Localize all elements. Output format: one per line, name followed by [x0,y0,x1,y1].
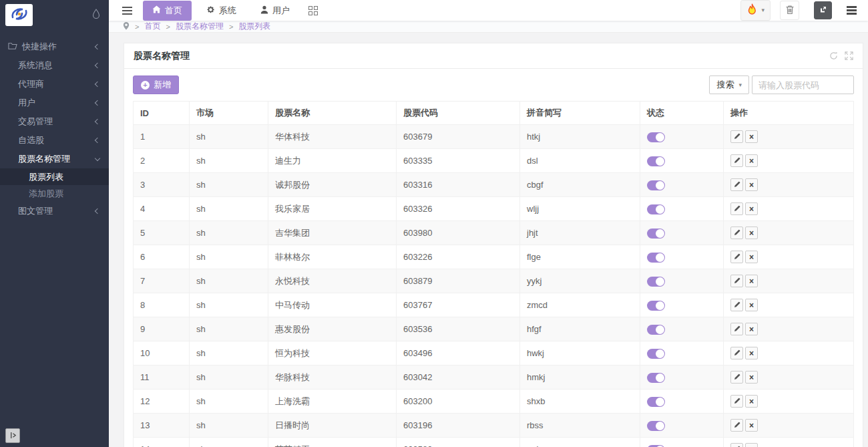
cell-ops: × [724,269,854,293]
edit-button[interactable] [730,371,743,384]
theme-flame-button[interactable]: ▾ [740,0,771,21]
status-toggle[interactable] [647,397,665,407]
tab-home[interactable]: 首页 [143,1,192,21]
screenshot-button[interactable] [814,1,832,19]
delete-button[interactable]: × [745,371,758,384]
status-toggle[interactable] [647,277,665,287]
pencil-icon [734,277,740,285]
search-input[interactable] [752,76,854,94]
edit-button[interactable] [730,395,743,408]
edit-button[interactable] [730,130,743,143]
fullscreen-icon[interactable] [845,51,853,60]
user-icon [260,5,268,16]
sidebar-item[interactable]: 系统消息 [0,56,109,75]
add-button[interactable]: + 新增 [133,76,179,94]
cell-ops: × [724,149,854,173]
status-toggle[interactable] [647,349,665,359]
breadcrumb-link[interactable]: 股票名称管理 [176,21,224,32]
status-toggle[interactable] [647,373,665,383]
droplet-icon[interactable] [92,9,100,21]
delete-button[interactable]: × [745,323,758,335]
chevron-icon [95,119,100,124]
toggle-knob [656,349,664,358]
sidebar-item-label: 图文管理 [18,205,53,217]
sidebar-item[interactable]: 图文管理 [0,202,109,220]
close-icon: × [749,349,754,357]
expand-arrow-icon [9,430,17,442]
status-toggle[interactable] [647,301,665,311]
status-toggle[interactable] [647,253,665,263]
breadcrumb-separator: > [166,23,170,31]
tab-system[interactable]: 系统 [197,1,246,21]
toggle-knob [656,398,664,406]
search-dropdown-button[interactable]: 搜索 ▾ [709,76,749,94]
delete-button[interactable]: × [745,227,758,239]
sidebar-item[interactable]: 快捷操作 [0,37,109,56]
delete-button[interactable]: × [745,347,758,359]
sidebar-subitem[interactable]: 添加股票 [0,185,109,202]
status-toggle[interactable] [647,421,665,431]
edit-button[interactable] [730,202,743,215]
breadcrumb-link[interactable]: 首页 [144,21,160,32]
cell-name: 华脉科技 [268,365,397,390]
edit-button[interactable] [730,227,743,239]
status-toggle[interactable] [647,325,665,335]
status-toggle[interactable] [647,204,665,214]
edit-button[interactable] [730,178,743,191]
sidebar-item[interactable]: 自选股 [0,131,109,150]
cell-status [640,341,724,365]
edit-button[interactable] [730,443,743,447]
column-header: 股票名称 [268,102,397,125]
toggle-knob [656,133,664,142]
close-icon: × [749,181,754,189]
edit-button[interactable] [730,154,743,167]
sidebar-subitem[interactable]: 股票列表 [0,168,109,185]
cell-code: 603335 [397,149,520,173]
sidebar-subitem-label: 添加股票 [29,188,63,200]
refresh-icon[interactable] [829,51,838,60]
delete-button[interactable]: × [745,154,758,167]
gear-icon [206,5,215,16]
table-row: 11 sh 华脉科技 603042 hmkj × [134,365,854,390]
sidebar-item[interactable]: 用户 [0,94,109,112]
status-toggle[interactable] [647,180,665,190]
status-toggle[interactable] [647,156,665,166]
delete-button[interactable]: × [745,443,758,447]
toggle-knob [656,325,664,334]
sidebar-item[interactable]: 代理商 [0,75,109,94]
cell-ops: × [724,173,854,197]
delete-button[interactable]: × [745,130,758,143]
breadcrumb-link[interactable]: 股票列表 [238,21,270,32]
app-logo[interactable] [5,4,33,26]
sidebar-item[interactable]: 股票名称管理 [0,150,109,168]
delete-button[interactable]: × [745,251,758,263]
delete-button[interactable]: × [745,275,758,287]
delete-button[interactable]: × [745,202,758,215]
trash-button[interactable] [780,1,799,20]
status-toggle[interactable] [647,229,665,239]
cell-name: 日播时尚 [268,414,397,438]
edit-button[interactable] [730,251,743,263]
sidebar-item[interactable]: 交易管理 [0,112,109,131]
toggle-knob [656,205,664,214]
close-icon: × [749,253,754,261]
delete-button[interactable]: × [745,299,758,311]
edit-button[interactable] [730,347,743,359]
edit-button[interactable] [730,419,743,432]
apps-grid-icon[interactable] [308,6,318,15]
menu-toggle-icon[interactable] [122,7,132,15]
delete-button[interactable]: × [745,419,758,432]
edit-button[interactable] [730,275,743,287]
delete-button[interactable]: × [745,178,758,191]
edit-button[interactable] [730,299,743,311]
status-toggle[interactable] [647,132,665,142]
tab-user[interactable]: 用户 [251,1,299,21]
delete-button[interactable]: × [745,395,758,408]
row-actions: × [730,443,758,447]
log-list-icon[interactable] [841,1,861,21]
edit-button[interactable] [730,323,743,335]
sidebar-collapse-button[interactable] [5,428,20,443]
add-button-label: 新增 [154,79,171,91]
folder-icon [8,42,17,52]
status-toggle[interactable] [647,445,665,447]
